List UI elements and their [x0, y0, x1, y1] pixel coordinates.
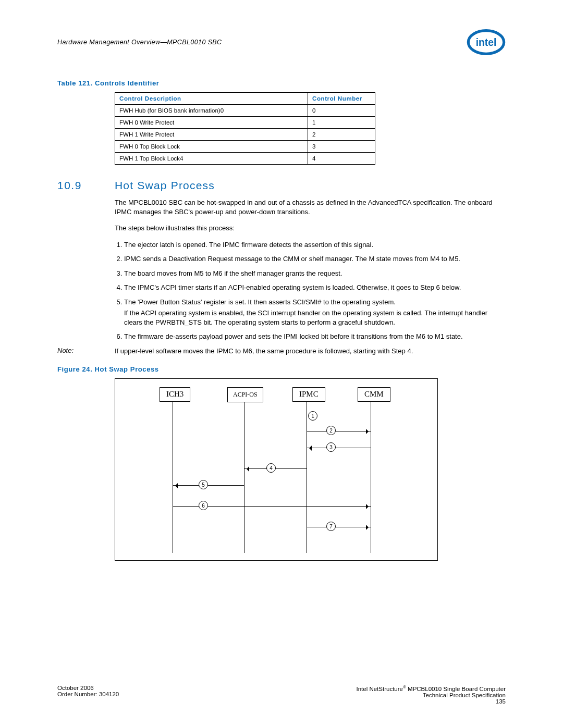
table-header-row: Control Description Control Number [115, 93, 375, 105]
table-header: Control Description [115, 93, 308, 105]
step: IPMC sends a Deactivation Request messag… [124, 254, 506, 264]
footer-order-number: Order Number: 304120 [57, 691, 119, 697]
page-header: Hardware Management Overview—MPCBL0010 S… [57, 29, 506, 56]
step: The IPMC's ACPI timer starts if an ACPI-… [124, 283, 506, 292]
step: The board moves from M5 to M6 if the she… [124, 269, 506, 278]
steps-list: The ejector latch is opened. The IPMC fi… [124, 240, 506, 341]
table-row: FWH Hub (for BIOS bank information)00 [115, 105, 375, 117]
footer-date: October 2006 [57, 685, 119, 691]
page-footer: October 2006 Order Number: 304120 Intel … [57, 685, 506, 705]
step: The firmware de-asserts payload power an… [124, 332, 506, 341]
lifeline [371, 402, 371, 553]
step-marker: 1 [308, 411, 317, 421]
entity-ipmc: IPMC [292, 387, 325, 402]
step-marker: 7 [326, 522, 336, 531]
footer-doctype: Technical Product Specification [356, 692, 506, 698]
footer-page-number: 135 [356, 698, 506, 705]
footer-product: Intel NetStructure® MPCBL0010 Single Boa… [356, 685, 506, 692]
intro-paragraph: The MPCBL0010 SBC can be hot-swapped in … [115, 198, 506, 216]
step-subtext: If the ACPI operating system is enabled,… [124, 309, 506, 327]
table-row: FWH 0 Top Block Lock3 [115, 141, 375, 153]
step-marker: 6 [199, 501, 208, 510]
section-number: 10.9 [57, 179, 115, 192]
arrow [307, 448, 371, 448]
arrow [307, 527, 371, 527]
table-row: FWH 1 Write Protect2 [115, 129, 375, 141]
section-body: The MPCBL0010 SBC can be hot-swapped in … [115, 198, 506, 341]
lifeline [307, 402, 307, 553]
lifeline [244, 402, 244, 553]
table-caption: Table 121. Controls Identifier [57, 79, 506, 87]
step-marker: 3 [326, 442, 336, 452]
footer-right: Intel NetStructure® MPCBL0010 Single Boa… [356, 685, 506, 705]
hot-swap-process-diagram: ICH3 ACPI-OS IPMC CMM 1 2 3 4 5 6 7 [115, 378, 438, 561]
entity-cmm: CMM [358, 387, 390, 402]
figure-caption: Figure 24. Hot Swap Process [57, 365, 506, 373]
page-content: Table 121. Controls Identifier Control D… [57, 79, 506, 561]
step: The 'Power Button Status' register is se… [124, 298, 506, 327]
step-text: The 'Power Button Status' register is se… [124, 298, 396, 306]
section-title: Hot Swap Process [115, 179, 215, 192]
lifeline [173, 402, 173, 553]
note-text: If upper-level software moves the IPMC t… [115, 347, 506, 356]
note-block: Note: If upper-level software moves the … [57, 347, 506, 356]
arrow [307, 431, 371, 431]
note-label: Note: [57, 347, 115, 356]
entity-acpi-os: ACPI-OS [227, 387, 263, 402]
step-marker: 4 [266, 463, 276, 473]
footer-left: October 2006 Order Number: 304120 [57, 685, 119, 705]
running-head: Hardware Management Overview—MPCBL0010 S… [57, 39, 222, 46]
step-marker: 2 [326, 426, 336, 435]
table-row: FWH 1 Top Block Lock44 [115, 153, 375, 165]
lead-paragraph: The steps below illustrates this process… [115, 224, 506, 233]
table-header: Control Number [308, 93, 375, 105]
entity-ich3: ICH3 [160, 387, 190, 402]
svg-text:intel: intel [476, 37, 497, 48]
controls-identifier-table: Control Description Control Number FWH H… [115, 92, 375, 165]
table-row: FWH 0 Write Protect1 [115, 117, 375, 129]
intel-logo-icon: intel [467, 29, 506, 56]
step-marker: 5 [199, 480, 208, 489]
arrow [173, 485, 244, 486]
section-heading: 10.9 Hot Swap Process [57, 179, 506, 192]
step: The ejector latch is opened. The IPMC fi… [124, 240, 506, 250]
